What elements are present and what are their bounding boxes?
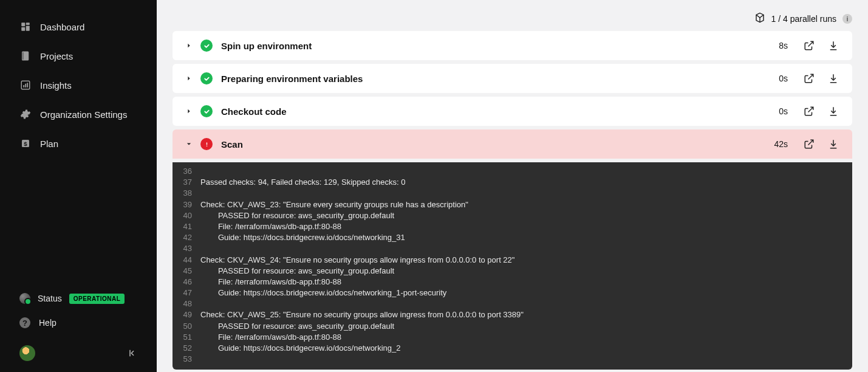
console-line: 36: [173, 166, 852, 177]
status-label: Status: [38, 294, 62, 303]
status-badge: OPERATIONAL: [69, 294, 125, 304]
console-line: 41 File: /terraform/aws/db-app.tf:80-88: [173, 221, 852, 232]
line-text: PASSED for resource: aws_security_group.…: [200, 266, 852, 277]
chevron-right-icon[interactable]: [186, 109, 192, 114]
chevron-right-icon[interactable]: [186, 76, 192, 81]
line-number: 43: [173, 243, 200, 254]
book-icon: [19, 50, 32, 62]
download-button[interactable]: [828, 73, 839, 84]
svg-rect-10: [206, 142, 207, 145]
line-number: 36: [173, 166, 200, 177]
line-text: File: /terraform/aws/db-app.tf:80-88: [200, 221, 852, 232]
line-number: 37: [173, 177, 200, 188]
line-text: Guide: https://docs.bridgecrew.io/docs/n…: [200, 343, 852, 354]
svg-text:$: $: [24, 140, 27, 147]
console-line: 37Passed checks: 94, Failed checks: 129,…: [173, 177, 852, 188]
line-text: [200, 298, 852, 309]
console-line: 51 File: /terraform/aws/db-app.tf:80-88: [173, 332, 852, 343]
download-button[interactable]: [828, 40, 839, 51]
step-duration: 0s: [779, 74, 788, 83]
svg-rect-0: [21, 22, 25, 26]
help-row[interactable]: ? Help: [0, 310, 157, 336]
console-line: 47 Guide: https://docs.bridgecrew.io/doc…: [173, 288, 852, 298]
open-external-button[interactable]: [804, 73, 815, 84]
console-output: 3637Passed checks: 94, Failed checks: 12…: [173, 162, 852, 370]
sidebar-nav: Dashboard Projects Insights Organization…: [0, 0, 157, 281]
help-label: Help: [39, 318, 56, 328]
line-text: Check: CKV_AWS_23: "Ensure every securit…: [200, 199, 852, 210]
line-number: 50: [173, 321, 200, 332]
line-number: 48: [173, 298, 200, 309]
avatar[interactable]: [19, 345, 35, 361]
step-title: Scan: [221, 139, 765, 150]
dollar-icon: $: [19, 137, 32, 150]
success-icon: [200, 105, 213, 117]
sidebar-item-label: Organization Settings: [40, 109, 127, 120]
info-icon[interactable]: i: [842, 14, 852, 24]
line-text: Check: CKV_AWS_25: "Ensure no security g…: [200, 309, 852, 320]
sidebar-item-dashboard[interactable]: Dashboard: [0, 12, 157, 41]
line-number: 40: [173, 210, 200, 221]
line-text: PASSED for resource: aws_security_group.…: [200, 210, 852, 221]
download-button[interactable]: [828, 106, 839, 117]
steps-list: Spin up environment8sPreparing environme…: [173, 31, 852, 370]
sidebar-item-plan[interactable]: $ Plan: [0, 129, 157, 158]
status-indicator-icon: [19, 293, 30, 304]
sidebar-bottom: Status OPERATIONAL ? Help: [0, 281, 157, 372]
error-icon: [200, 138, 213, 150]
open-external-button[interactable]: [804, 106, 815, 117]
step-row[interactable]: Spin up environment8s: [173, 31, 852, 60]
sidebar-item-label: Plan: [40, 139, 58, 149]
line-text: PASSED for resource: aws_security_group.…: [200, 321, 852, 332]
line-number: 47: [173, 288, 200, 298]
step-row[interactable]: Preparing environment variables0s: [173, 64, 852, 93]
parallel-runs-text: 1 / 4 parallel runs: [771, 14, 836, 24]
dashboard-icon: [19, 21, 32, 33]
chevron-right-icon[interactable]: [186, 43, 192, 48]
sidebar-item-label: Projects: [40, 51, 73, 61]
line-number: 38: [173, 188, 200, 199]
main-pane: 1 / 4 parallel runs i Spin up environmen…: [157, 0, 868, 372]
line-text: [200, 243, 852, 254]
open-external-button[interactable]: [804, 139, 815, 150]
open-external-button[interactable]: [804, 40, 815, 51]
help-icon: ?: [19, 317, 30, 328]
sidebar-item-projects[interactable]: Projects: [0, 41, 157, 71]
console-line: 53: [173, 354, 852, 365]
line-number: 44: [173, 255, 200, 266]
console-line: 46 File: /terraform/aws/db-app.tf:80-88: [173, 277, 852, 288]
console-line: 48: [173, 298, 852, 309]
step-duration: 8s: [779, 41, 788, 50]
download-button[interactable]: [828, 139, 839, 150]
sidebar-item-org-settings[interactable]: Organization Settings: [0, 100, 157, 129]
line-number: 49: [173, 309, 200, 320]
console-line: 45 PASSED for resource: aws_security_gro…: [173, 266, 852, 277]
status-row[interactable]: Status OPERATIONAL: [0, 287, 157, 310]
step-row[interactable]: Checkout code0s: [173, 97, 852, 126]
step-duration: 42s: [774, 139, 788, 149]
svg-rect-2: [26, 26, 30, 31]
console-line: 39Check: CKV_AWS_23: "Ensure every secur…: [173, 199, 852, 210]
line-text: [200, 354, 852, 365]
line-number: 45: [173, 266, 200, 277]
step-duration: 0s: [779, 106, 788, 116]
svg-rect-1: [26, 22, 30, 25]
line-text: Check: CKV_AWS_24: "Ensure no security g…: [200, 255, 852, 266]
console-line: 40 PASSED for resource: aws_security_gro…: [173, 210, 852, 221]
topbar: 1 / 4 parallel runs i: [173, 12, 852, 25]
chart-icon: [19, 79, 32, 91]
console-line: 50 PASSED for resource: aws_security_gro…: [173, 321, 852, 332]
line-number: 51: [173, 332, 200, 343]
chevron-down-icon[interactable]: [186, 142, 192, 146]
sidebar-collapse-button[interactable]: [126, 348, 137, 359]
svg-rect-5: [23, 85, 24, 88]
success-icon: [200, 40, 213, 52]
line-number: 39: [173, 199, 200, 210]
line-text: [200, 166, 852, 177]
step-row[interactable]: Scan42s: [173, 129, 852, 159]
sidebar-item-label: Dashboard: [40, 22, 84, 32]
sidebar-item-insights[interactable]: Insights: [0, 71, 157, 100]
line-number: 53: [173, 354, 200, 365]
console-line: 49Check: CKV_AWS_25: "Ensure no security…: [173, 309, 852, 320]
cube-icon: [754, 12, 765, 25]
